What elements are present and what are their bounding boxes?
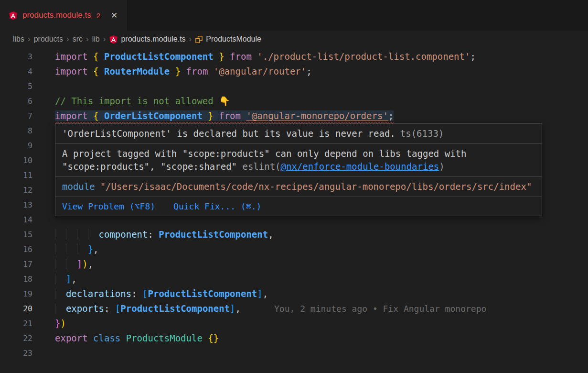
code-line-content: declarations: [ProductListComponent], <box>55 286 268 301</box>
code-line[interactable]: 19 declarations: [ProductListComponent], <box>0 286 588 301</box>
view-problem-link[interactable]: View Problem (⌥F8) <box>62 200 155 213</box>
tab-title: products.module.ts <box>22 11 91 20</box>
code-line[interactable]: 22export class ProductsModule {} <box>0 331 588 346</box>
line-number[interactable]: 5 <box>0 79 32 94</box>
chevron-right-icon: › <box>103 34 106 44</box>
line-number[interactable]: 11 <box>0 168 32 183</box>
ts-error-code: ts(6133) <box>400 128 444 139</box>
code-line-content: }, <box>55 242 99 257</box>
eslint-source-prefix: eslint( <box>237 161 281 172</box>
chevron-right-icon: › <box>28 34 31 44</box>
line-number[interactable]: 18 <box>0 272 32 286</box>
code-line[interactable]: 3import { ProductListComponent } from '.… <box>0 49 588 64</box>
code-line[interactable]: 18 ], <box>0 272 588 286</box>
hover-ts-error: 'OrderListComponent' is declared but its… <box>55 124 542 144</box>
code-line-content: exports: [ProductListComponent],You, 2 m… <box>55 301 486 316</box>
eslint-rule-link[interactable]: @nx/enforce-module-boundaries <box>281 161 439 172</box>
code-line[interactable]: 6// This import is not allowed 👇 <box>0 94 588 109</box>
error-count-badge: 2 <box>96 11 100 20</box>
chevron-right-icon: › <box>189 34 192 44</box>
line-number[interactable]: 19 <box>0 286 32 301</box>
code-line[interactable]: 21}) <box>0 316 588 331</box>
breadcrumb-label: products.module.ts <box>121 35 185 44</box>
line-number[interactable]: 12 <box>0 183 32 197</box>
line-number[interactable]: 3 <box>0 49 32 64</box>
line-number[interactable]: 22 <box>0 331 32 346</box>
code-line-content: ]), <box>55 257 93 272</box>
code-line[interactable]: 17 ]), <box>0 257 588 272</box>
error-squiggle-range: import { OrderListComponent } from '@ang… <box>55 110 394 121</box>
angular-icon <box>109 35 118 44</box>
line-number[interactable]: 17 <box>0 257 32 272</box>
code-line[interactable]: 15 component: ProductListComponent, <box>0 227 588 242</box>
code-line-content: component: ProductListComponent, <box>55 227 274 242</box>
vscode-window: products.module.ts 2 ✕ libs›products›src… <box>0 0 588 373</box>
code-line-content: import { RouterModule } from '@angular/r… <box>55 64 312 79</box>
breadcrumb-label: products <box>34 35 63 44</box>
eslint-source-suffix: ) <box>439 161 444 172</box>
editor-tab[interactable]: products.module.ts 2 ✕ <box>0 0 127 31</box>
hover-action-bar: View Problem (⌥F8) Quick Fix... (⌘.) <box>55 197 542 216</box>
code-line[interactable]: 23 <box>0 346 588 361</box>
code-line[interactable]: 5 <box>0 79 588 94</box>
code-line[interactable]: 20 exports: [ProductListComponent],You, … <box>0 301 588 316</box>
code-line-content: // This import is not allowed 👇 <box>55 94 230 109</box>
breadcrumb-label: libs <box>13 35 24 44</box>
git-blame-annotation: You, 2 minutes ago • Fix Angular monorep… <box>274 304 486 314</box>
line-number[interactable]: 8 <box>0 123 32 138</box>
line-number[interactable]: 13 <box>0 197 32 212</box>
code-line-content: import { ProductListComponent } from './… <box>55 49 476 64</box>
line-number[interactable]: 14 <box>0 212 32 227</box>
hover-module-info: module"/Users/isaac/Documents/code/nx-re… <box>55 177 542 197</box>
breadcrumb-label: ProductsModule <box>206 35 261 44</box>
code-line-content: export class ProductsModule {} <box>55 331 219 346</box>
line-number[interactable]: 4 <box>0 64 32 79</box>
line-number[interactable]: 21 <box>0 316 32 331</box>
chevron-right-icon: › <box>86 34 89 44</box>
line-number[interactable]: 23 <box>0 346 32 361</box>
line-number[interactable]: 10 <box>0 153 32 168</box>
breadcrumb-item-src[interactable]: src <box>73 35 83 44</box>
line-number[interactable]: 7 <box>0 109 32 123</box>
code-line-content: ], <box>55 272 77 286</box>
module-keyword: module <box>62 181 95 192</box>
breadcrumb: libs›products›src›lib›products.module.ts… <box>0 31 588 48</box>
chevron-right-icon: › <box>66 34 69 44</box>
line-number[interactable]: 20 <box>0 301 32 316</box>
code-line[interactable]: 7import { OrderListComponent } from '@an… <box>0 109 588 123</box>
editor-tab-bar: products.module.ts 2 ✕ <box>0 0 588 31</box>
breadcrumb-item-products[interactable]: products <box>34 35 63 44</box>
breadcrumb-item-lib[interactable]: lib <box>92 35 100 44</box>
editor: 3import { ProductListComponent } from '.… <box>0 48 588 361</box>
breadcrumb-item-products-module-ts[interactable]: products.module.ts <box>109 35 185 44</box>
line-number[interactable]: 15 <box>0 227 32 242</box>
class-icon <box>195 35 203 44</box>
line-number[interactable]: 9 <box>0 138 32 153</box>
hover-eslint-error: A project tagged with "scope:products" c… <box>55 144 542 177</box>
hover-popup: 'OrderListComponent' is declared but its… <box>55 123 542 216</box>
code-line[interactable]: 4import { RouterModule } from '@angular/… <box>0 64 588 79</box>
code-line[interactable]: 16 }, <box>0 242 588 257</box>
breadcrumb-label: lib <box>92 35 100 44</box>
line-number[interactable]: 6 <box>0 94 32 109</box>
quick-fix-link[interactable]: Quick Fix... (⌘.) <box>173 200 261 213</box>
breadcrumb-item-productsmodule[interactable]: ProductsModule <box>195 35 261 44</box>
close-icon[interactable]: ✕ <box>111 11 118 21</box>
code-line-content: }) <box>55 316 66 331</box>
module-path: "/Users/isaac/Documents/code/nx-recipes/… <box>100 181 532 192</box>
line-number[interactable]: 16 <box>0 242 32 257</box>
code-line-content: import { OrderListComponent } from '@ang… <box>55 109 394 123</box>
ts-error-message: 'OrderListComponent' is declared but its… <box>62 128 396 139</box>
breadcrumb-item-libs[interactable]: libs <box>13 35 24 44</box>
breadcrumb-label: src <box>73 35 83 44</box>
angular-icon <box>9 11 18 20</box>
